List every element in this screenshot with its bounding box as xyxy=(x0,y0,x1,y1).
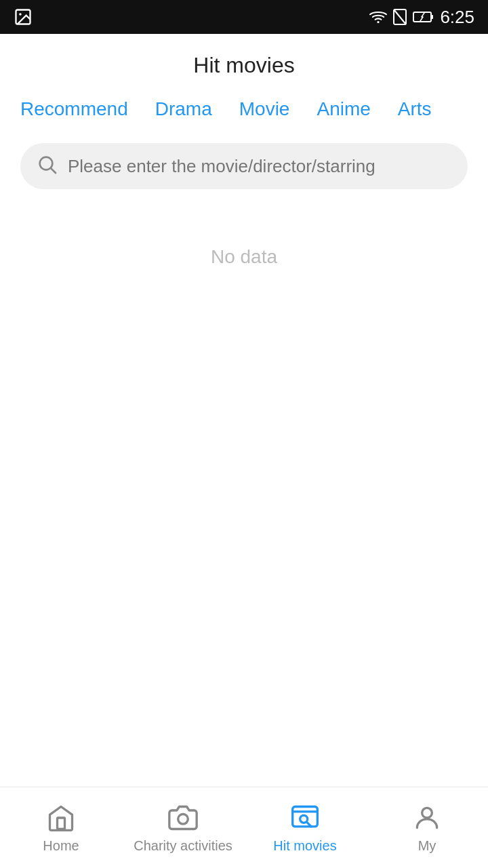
category-tabs: Recommend Drama Movie Anime Arts xyxy=(0,92,488,127)
main-content: Hit movies Recommend Drama Movie Anime A… xyxy=(0,34,488,868)
svg-line-4 xyxy=(394,9,406,24)
image-icon xyxy=(14,7,33,26)
search-container xyxy=(0,127,488,205)
svg-point-1 xyxy=(19,13,22,16)
nav-item-charity[interactable]: Charity activities xyxy=(122,795,244,861)
bottom-nav: Home Charity activities Hit movies xyxy=(0,787,488,868)
sim-off-icon xyxy=(392,8,407,26)
tab-movie[interactable]: Movie xyxy=(226,92,304,127)
search-icon xyxy=(37,154,58,178)
empty-state: No data xyxy=(0,205,488,787)
tab-recommend[interactable]: Recommend xyxy=(14,92,142,127)
camera-icon xyxy=(167,802,199,834)
movie-search-icon xyxy=(289,802,321,834)
svg-line-8 xyxy=(51,168,56,173)
search-input[interactable] xyxy=(68,156,451,177)
page-title: Hit movies xyxy=(0,34,488,92)
tab-drama[interactable]: Drama xyxy=(142,92,226,127)
tab-arts[interactable]: Arts xyxy=(384,92,445,127)
status-bar-left xyxy=(14,7,33,26)
svg-point-2 xyxy=(378,21,380,23)
svg-rect-9 xyxy=(58,818,65,829)
nav-label-hit-movies: Hit movies xyxy=(273,838,336,854)
person-icon xyxy=(411,802,443,834)
no-data-text: No data xyxy=(211,246,277,268)
nav-item-hit-movies[interactable]: Hit movies xyxy=(244,795,366,861)
battery-charging-icon xyxy=(413,10,434,24)
status-bar-right: 6:25 xyxy=(369,7,474,28)
nav-item-home[interactable]: Home xyxy=(0,795,122,861)
home-icon xyxy=(45,802,77,834)
nav-item-my[interactable]: My xyxy=(366,795,488,861)
svg-rect-6 xyxy=(431,15,433,19)
svg-point-10 xyxy=(178,814,188,825)
status-bar: 6:25 xyxy=(0,0,488,34)
tab-anime[interactable]: Anime xyxy=(303,92,384,127)
svg-point-13 xyxy=(300,815,308,823)
search-bar xyxy=(20,143,468,189)
svg-point-15 xyxy=(422,808,432,818)
nav-label-charity: Charity activities xyxy=(134,838,232,854)
nav-label-my: My xyxy=(418,838,436,854)
wifi-icon xyxy=(369,9,387,24)
nav-label-home: Home xyxy=(43,838,79,854)
status-time: 6:25 xyxy=(440,7,474,28)
